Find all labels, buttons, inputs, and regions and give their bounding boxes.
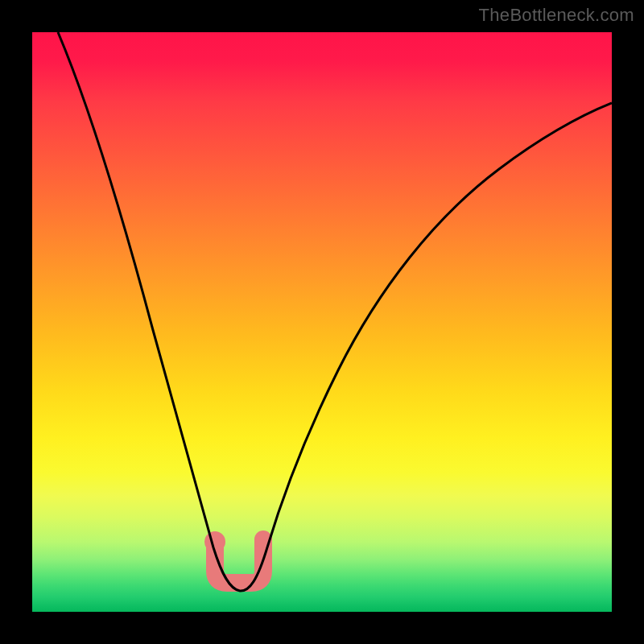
watermark-text: TheBottleneck.com [479,5,634,26]
chart-plot-area [32,32,612,612]
bottleneck-curve [32,32,612,612]
